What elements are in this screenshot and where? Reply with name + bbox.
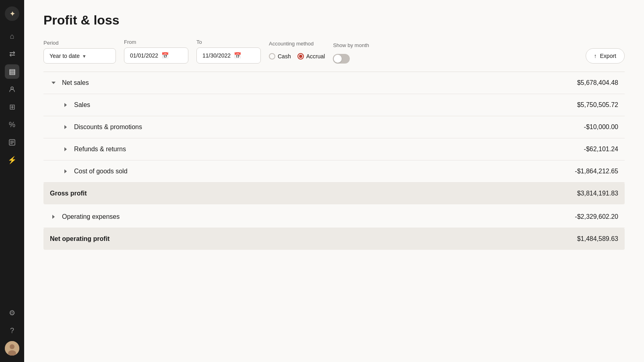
row-value: $3,814,191.83 bbox=[577, 190, 618, 197]
export-icon: ↑ bbox=[594, 53, 597, 59]
row-label: Operating expenses bbox=[62, 213, 120, 220]
sidebar-item-settings[interactable]: ⚙ bbox=[5, 306, 19, 320]
sidebar-item-inventory[interactable]: ⊞ bbox=[5, 100, 19, 114]
svg-point-0 bbox=[11, 87, 13, 89]
row-left: Refunds & returns bbox=[50, 146, 126, 153]
row-label: Sales bbox=[74, 101, 90, 109]
row-left: Sales bbox=[50, 101, 90, 109]
table-row[interactable]: Net sales $5,678,404.48 bbox=[43, 72, 625, 94]
accounting-method-filter: Accounting method Cash Accrual bbox=[269, 41, 325, 64]
row-left: Net sales bbox=[50, 79, 89, 86]
row-left: Cost of goods sold bbox=[50, 168, 128, 175]
chevron-right-icon bbox=[62, 146, 69, 153]
row-label: Discounts & promotions bbox=[74, 123, 142, 131]
from-input[interactable]: 01/01/2022 📅 bbox=[124, 47, 188, 64]
row-value: $1,484,589.63 bbox=[577, 235, 618, 243]
from-value: 01/01/2022 bbox=[130, 52, 158, 59]
row-left: Discounts & promotions bbox=[50, 123, 142, 131]
sidebar-logo[interactable]: ✦ bbox=[5, 6, 19, 21]
radio-group: Cash Accrual bbox=[269, 49, 325, 64]
period-filter: Period Year to date ▾ bbox=[43, 40, 116, 64]
show-by-month-toggle[interactable] bbox=[333, 54, 350, 64]
page-title: Profit & loss bbox=[43, 13, 625, 28]
cash-label: Cash bbox=[278, 53, 291, 60]
row-label: Gross profit bbox=[50, 190, 87, 197]
gross-profit-row[interactable]: Gross profit $3,814,191.83 bbox=[43, 183, 625, 204]
row-value: $5,750,505.72 bbox=[577, 101, 618, 109]
export-button[interactable]: ↑ Export bbox=[586, 48, 625, 64]
calendar-icon-to: 📅 bbox=[234, 52, 242, 59]
table-row[interactable]: Discounts & promotions -$10,000.00 bbox=[43, 116, 625, 138]
row-label: Net operating profit bbox=[50, 235, 109, 243]
table-row[interactable]: Sales $5,750,505.72 bbox=[43, 94, 625, 116]
sidebar-item-lightning[interactable]: ⚡ bbox=[5, 153, 19, 167]
cash-radio[interactable]: Cash bbox=[269, 53, 291, 60]
from-label: From bbox=[124, 39, 188, 45]
accounting-method-label: Accounting method bbox=[269, 41, 325, 47]
sidebar-item-contacts[interactable] bbox=[5, 82, 19, 97]
chevron-right-icon bbox=[50, 213, 57, 220]
row-value: -$1,864,212.65 bbox=[575, 168, 618, 175]
chevron-down-icon: ▾ bbox=[83, 53, 86, 59]
to-label: To bbox=[196, 39, 261, 45]
sidebar-item-reports[interactable]: ▤ bbox=[5, 64, 19, 79]
sidebar-item-home[interactable]: ⌂ bbox=[5, 29, 19, 43]
user-avatar[interactable] bbox=[5, 341, 19, 356]
from-filter: From 01/01/2022 📅 bbox=[124, 39, 188, 64]
sidebar-item-orders[interactable] bbox=[5, 135, 19, 150]
radio-selected-dot bbox=[299, 55, 302, 58]
period-label: Period bbox=[43, 40, 116, 46]
row-value: $5,678,404.48 bbox=[577, 79, 618, 86]
chevron-down-icon bbox=[50, 79, 57, 86]
show-by-month-filter: Show by month bbox=[333, 42, 369, 64]
row-value: -$10,000.00 bbox=[584, 123, 618, 131]
table-row[interactable]: Cost of goods sold -$1,864,212.65 bbox=[43, 160, 625, 183]
accrual-radio-circle bbox=[297, 53, 304, 60]
sidebar-item-transfers[interactable]: ⇄ bbox=[5, 47, 19, 61]
export-label: Export bbox=[600, 53, 616, 59]
sidebar-item-help[interactable]: ? bbox=[5, 323, 19, 338]
sidebar-item-discounts[interactable]: % bbox=[5, 117, 19, 132]
chevron-right-icon bbox=[62, 168, 69, 175]
table-row[interactable]: Operating expenses -$2,329,602.20 bbox=[43, 206, 625, 228]
row-label: Cost of goods sold bbox=[74, 168, 128, 175]
show-by-month-label: Show by month bbox=[333, 42, 369, 48]
net-operating-profit-row[interactable]: Net operating profit $1,484,589.63 bbox=[43, 228, 625, 250]
calendar-icon: 📅 bbox=[161, 52, 169, 59]
main-content: Profit & loss Period Year to date ▾ From… bbox=[24, 0, 644, 362]
to-input[interactable]: 11/30/2022 📅 bbox=[196, 47, 261, 64]
toggle-knob bbox=[334, 55, 342, 63]
sidebar: ✦ ⌂ ⇄ ▤ ⊞ % ⚡ ⚙ ? bbox=[0, 0, 24, 362]
row-value: -$62,101.24 bbox=[584, 146, 618, 153]
accrual-label: Accrual bbox=[306, 53, 325, 60]
chevron-right-icon bbox=[62, 123, 69, 131]
to-value: 11/30/2022 bbox=[202, 52, 231, 59]
period-value: Year to date bbox=[50, 53, 80, 59]
row-value: -$2,329,602.20 bbox=[575, 213, 618, 220]
row-left: Gross profit bbox=[50, 190, 87, 197]
row-left: Net operating profit bbox=[50, 235, 109, 243]
report-table: Net sales $5,678,404.48 Sales $5,750,505… bbox=[43, 72, 625, 250]
row-label: Refunds & returns bbox=[74, 146, 126, 153]
svg-point-3 bbox=[10, 344, 14, 349]
chevron-right-icon bbox=[62, 101, 69, 109]
filter-bar: Period Year to date ▾ From 01/01/2022 📅 … bbox=[43, 39, 625, 64]
cash-radio-circle bbox=[269, 53, 275, 60]
period-select[interactable]: Year to date ▾ bbox=[43, 48, 116, 64]
row-left: Operating expenses bbox=[50, 213, 120, 220]
accrual-radio[interactable]: Accrual bbox=[297, 53, 325, 60]
row-label: Net sales bbox=[62, 79, 89, 86]
to-filter: To 11/30/2022 📅 bbox=[196, 39, 261, 64]
table-row[interactable]: Refunds & returns -$62,101.24 bbox=[43, 138, 625, 160]
